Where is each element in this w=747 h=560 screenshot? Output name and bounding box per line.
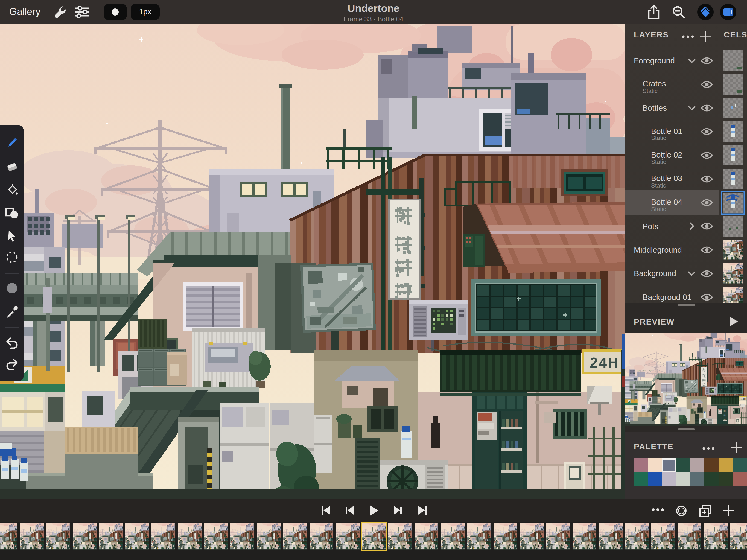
svg-text:24H: 24H xyxy=(590,355,619,371)
